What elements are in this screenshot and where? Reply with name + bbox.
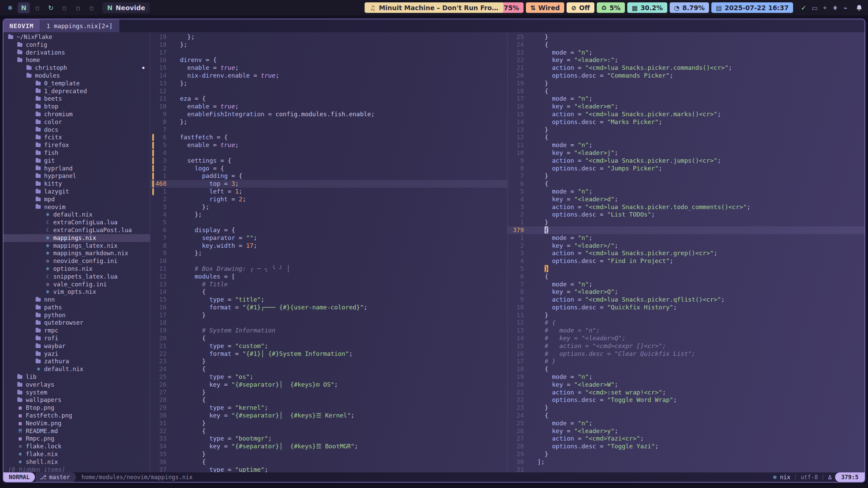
code-line[interactable]: 18 }; <box>150 41 507 49</box>
tree-item[interactable]: ❄vim_opts.nix <box>3 288 150 296</box>
editor-pane-right[interactable]: 25 }24 {23 mode = "n";22 key = "<leader>… <box>507 32 865 472</box>
tree-item[interactable]: beets <box>3 95 150 103</box>
code-line[interactable]: 10 options.desc = "Quickfix History"; <box>508 304 865 311</box>
tree-item[interactable]: rofi <box>3 334 150 342</box>
code-line[interactable]: 4 key = "<leader>d"; <box>508 196 865 203</box>
code-line[interactable]: 13 }; <box>150 80 507 87</box>
code-line[interactable]: 14 nix-direnv.enable = true; <box>150 72 507 80</box>
tree-item[interactable]: ❄options.nix <box>3 265 150 273</box>
code-line[interactable]: 18 { <box>508 87 865 95</box>
tab-mappings-nix[interactable]: 1 mappings.nix[2+] <box>40 19 119 32</box>
code-line[interactable]: 13 } <box>508 126 865 134</box>
tree-item[interactable]: btop <box>3 103 150 110</box>
code-line[interactable]: 6 { <box>508 180 865 188</box>
code-line[interactable]: 16 key = "<leader>m"; <box>508 103 865 110</box>
code-line[interactable]: 5 enable = true; <box>150 141 507 149</box>
workspace-1[interactable]: ❄ <box>4 2 16 13</box>
tree-item[interactable]: wallpapers <box>3 396 150 404</box>
tree-item[interactable]: ▦FastFetch.png <box>3 412 150 420</box>
tree-item[interactable]: git <box>3 157 150 165</box>
plug-icon[interactable]: ⌁ <box>844 4 847 12</box>
code-line[interactable]: 10 key = "<leader>j"; <box>508 149 865 157</box>
code-line[interactable]: 34 key = "{#separator}│ {#keys}☰ BootMGR… <box>150 443 507 450</box>
code-line[interactable]: 28 options.desc = "Toggle Yazi"; <box>508 443 865 450</box>
code-line[interactable]: 11 eza = { <box>150 95 507 103</box>
tree-item[interactable]: ▦Btop.png <box>3 404 150 412</box>
code-line[interactable]: 11 # Box Drawing: ╭ ─ ╮ ╰ ╯ │ <box>150 265 507 273</box>
code-line[interactable]: 14 options.desc = "Marks Picker"; <box>508 118 865 126</box>
code-line[interactable]: 16 format = "{#1}╭─── {#}{user-name-colo… <box>150 304 507 311</box>
code-line[interactable]: 1 mode = "n"; <box>508 234 865 242</box>
code-line[interactable]: 7 mode = "n"; <box>508 281 865 288</box>
code-line[interactable]: 11 mode = "n"; <box>508 141 865 149</box>
code-line[interactable]: 36 { <box>150 458 507 466</box>
code-line[interactable]: 5 } <box>508 265 865 273</box>
tree-item[interactable]: hyprpanel <box>3 172 150 180</box>
tree-item[interactable]: qutebrowser <box>3 319 150 327</box>
code-line[interactable]: 14 { <box>150 288 507 296</box>
code-line[interactable]: 29 } <box>508 450 865 458</box>
code-line[interactable]: 33 type = "bootmgr"; <box>150 435 507 443</box>
code-line[interactable]: 21 action = "<cmd>:set wrap!<cr>"; <box>508 389 865 396</box>
code-line[interactable]: 4 <box>150 149 507 157</box>
code-line[interactable]: 19 }; <box>150 33 507 41</box>
tree-item[interactable]: nnn <box>3 296 150 304</box>
code-line[interactable]: 15 action = "<cmd>lua Snacks.picker.mark… <box>508 110 865 118</box>
code-line[interactable]: 20 options.desc = "Commands Picker"; <box>508 72 865 80</box>
code-line[interactable]: 1 } <box>508 219 865 226</box>
code-line[interactable]: 7 } <box>508 172 865 180</box>
tree-item-selected[interactable]: ❄mappings.nix <box>3 234 150 242</box>
tree-item[interactable]: ▦Rmpc.png <box>3 435 150 443</box>
tree-item[interactable]: ❄default.nix <box>3 365 150 373</box>
tree-item[interactable]: ▦NeoVim.png <box>3 420 150 427</box>
code-line[interactable]: 379 { <box>508 226 865 234</box>
code-line[interactable]: 3 settings = { <box>150 157 507 165</box>
tree-item[interactable]: modules <box>3 72 150 80</box>
code-line[interactable]: 37 type = "uptime"; <box>150 466 507 472</box>
display-icon[interactable]: ▭ <box>812 4 818 12</box>
code-line[interactable]: 12 <box>150 87 507 95</box>
workspace-4[interactable]: ↻ <box>45 2 57 13</box>
code-line[interactable]: 20 key = "<leader>W"; <box>508 381 865 389</box>
network-widget[interactable]: ⇅Wired <box>526 2 564 13</box>
media-player-widget[interactable]: ♫ Minuit Machine – Don't Run Fro… <box>364 2 503 13</box>
code-line[interactable]: 5 <box>150 219 507 226</box>
code-line[interactable]: 19 # System Information <box>150 327 507 334</box>
tree-item[interactable]: neovim <box>3 203 150 211</box>
tree-item[interactable]: config <box>3 41 150 49</box>
code-line[interactable]: 1 left = 1; <box>150 188 507 196</box>
code-line[interactable]: 10 <box>150 257 507 265</box>
code-line[interactable]: 4 options.desc = "Find in Project"; <box>508 257 865 265</box>
code-line[interactable]: 2 logo = { <box>150 165 507 172</box>
code-line[interactable]: 29 type = "kernel"; <box>150 404 507 412</box>
code-line[interactable]: 31 } <box>150 420 507 427</box>
code-line[interactable]: 2 right = 2; <box>150 196 507 203</box>
code-line[interactable]: 11 } <box>508 311 865 319</box>
code-line[interactable]: 27 } <box>150 389 507 396</box>
code-line[interactable]: 16 direnv = { <box>150 56 507 64</box>
code-line[interactable]: 10 enable = true; <box>150 103 507 110</box>
tree-item[interactable]: color <box>3 118 150 126</box>
clock-widget[interactable]: ▤2025-07-22 16:37 <box>711 2 793 13</box>
tree-item[interactable]: ❄default.nix <box>3 211 150 219</box>
code-line[interactable]: 16 # options.desc = "Clear Quickfix List… <box>508 350 865 358</box>
tree-item[interactable]: system <box>3 389 150 396</box>
code-line[interactable]: 25 mode = "n"; <box>508 420 865 427</box>
code-line[interactable]: 9 action = "<cmd>lua Snacks.picker.qflis… <box>508 296 865 304</box>
tree-item[interactable]: derivations <box>3 49 150 57</box>
notification-button[interactable] <box>853 4 864 11</box>
tree-item[interactable]: ❄mappings_markdown.nix <box>3 249 150 257</box>
code-line[interactable]: 24 { <box>150 365 507 373</box>
code-line[interactable]: 3 action = "<cmd>lua Snacks.picker.grep(… <box>508 249 865 257</box>
cpu-widget[interactable]: ◔8.79% <box>670 2 709 13</box>
code-line[interactable]: 22 format = "{#1}│ {#}System Information… <box>150 350 507 358</box>
code-line[interactable]: 17 } <box>150 311 507 319</box>
tree-item[interactable]: lazygit <box>3 188 150 196</box>
tree-item[interactable]: ⚙neovide_config.ini <box>3 257 150 265</box>
code-line[interactable]: 32 { <box>150 427 507 435</box>
code-line[interactable]: 17 <box>150 49 507 57</box>
code-line[interactable]: 12 modules = [ <box>150 273 507 281</box>
tree-item[interactable]: 1_deprecated <box>3 87 150 95</box>
code-line[interactable]: 22 key = "<leader>:"; <box>508 56 865 64</box>
code-line[interactable]: 15 enable = true; <box>150 64 507 72</box>
